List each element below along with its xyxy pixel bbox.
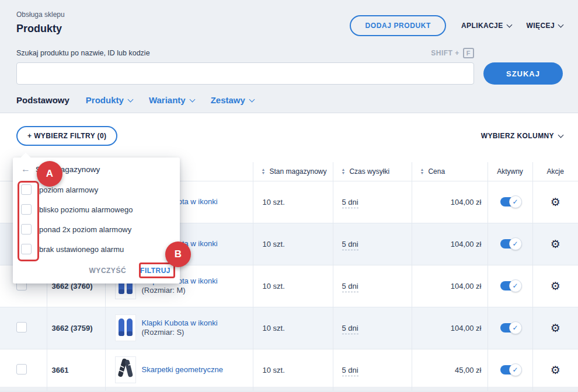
shipping-time-value[interactable]: 5 dni xyxy=(342,240,358,250)
sort-icon: ▲▼ xyxy=(262,168,266,175)
search-input[interactable] xyxy=(16,62,474,85)
chevron-down-icon xyxy=(506,22,512,27)
active-toggle[interactable]: ✓ xyxy=(500,323,520,332)
page-title: Produkty xyxy=(16,23,65,35)
check-icon: ✓ xyxy=(509,363,522,376)
table-row: 3661 Skarpetki geometryczne 10 szt. 5 dn… xyxy=(0,349,578,391)
chevron-down-icon xyxy=(127,97,133,103)
tab-warianty[interactable]: Warianty xyxy=(149,95,194,105)
price-value: 104,00 zł xyxy=(412,307,488,349)
add-product-button[interactable]: DODAJ PRODUKT xyxy=(350,15,445,36)
topbar-actions: DODAJ PRODUKT APLIKACJE WIĘCEJ xyxy=(350,15,563,36)
breadcrumb: Obsługa sklepu xyxy=(16,10,65,19)
topbar: Obsługa sklepu Produkty DODAJ PRODUKT AP… xyxy=(0,0,578,36)
stock-value: 10 szt. xyxy=(253,223,333,265)
shipping-time-value[interactable]: 5 dni xyxy=(342,282,358,292)
product-thumbnail xyxy=(115,314,136,341)
annotation-badge-b: B xyxy=(165,242,191,267)
sort-icon: ▲▼ xyxy=(342,168,346,175)
check-icon: ✓ xyxy=(509,195,522,208)
product-id: 3662 (3759) xyxy=(47,307,105,349)
product-variant: (Rozmiar: S) xyxy=(142,328,218,337)
product-name-link[interactable]: Skarpetki geometryczne xyxy=(142,365,223,374)
shipping-time-value[interactable]: 5 dni xyxy=(342,366,358,376)
column-header-shipping[interactable]: ▲▼ Czas wysyłki xyxy=(333,162,412,181)
stock-value: 10 szt. xyxy=(253,307,333,349)
tab-podstawowy[interactable]: Podstawowy xyxy=(16,95,69,105)
stock-value: 10 szt. xyxy=(253,265,333,307)
chevron-down-icon xyxy=(189,97,195,103)
annotation-highlight-apply xyxy=(139,262,175,278)
shipping-time-value[interactable]: 5 dni xyxy=(342,324,358,334)
apps-menu-label: APLIKACJE xyxy=(461,22,503,30)
shortcut-keycap: F xyxy=(463,48,474,58)
page-heading: Obsługa sklepu Produkty xyxy=(16,10,65,35)
more-menu-label: WIĘCEJ xyxy=(527,22,555,30)
stock-value: 10 szt. xyxy=(253,349,333,391)
table-toolbar: + WYBIERZ FILTRY (0) WYBIERZ KOLUMNY xyxy=(0,113,578,146)
tab-zestawy[interactable]: Zestawy xyxy=(211,95,254,105)
active-toggle[interactable]: ✓ xyxy=(500,239,520,249)
annotation-highlight-checkboxes xyxy=(18,181,39,261)
gear-icon[interactable]: ⚙ xyxy=(551,196,560,208)
column-header-stock[interactable]: ▲▼ Stan magazynowy xyxy=(253,162,333,181)
row-checkbox[interactable] xyxy=(16,322,27,332)
search-label: Szukaj produktu po nazwie, ID lub kodzie xyxy=(16,49,150,57)
shipping-time-value[interactable]: 5 dni xyxy=(342,198,358,208)
check-icon: ✓ xyxy=(509,321,522,334)
product-variant: (Rozmiar: M) xyxy=(142,286,218,295)
clear-filters-button[interactable]: WYCZYŚĆ xyxy=(89,267,127,275)
chevron-down-icon xyxy=(558,132,564,138)
product-id: 3661 xyxy=(47,349,105,391)
tab-produkty[interactable]: Produkty xyxy=(86,95,133,105)
choose-filters-button[interactable]: + WYBIERZ FILTRY (0) xyxy=(16,126,117,146)
price-value: 45,00 zł xyxy=(412,349,488,391)
product-thumbnail xyxy=(115,356,136,383)
shortcut-text: SHIFT + xyxy=(431,49,459,57)
search-button[interactable]: SZUKAJ xyxy=(483,62,563,85)
active-toggle[interactable]: ✓ xyxy=(500,281,520,290)
check-icon: ✓ xyxy=(509,279,522,292)
price-value: 104,00 zł xyxy=(412,223,488,265)
column-header-active: Aktywny xyxy=(488,162,532,181)
gear-icon[interactable]: ⚙ xyxy=(551,238,560,250)
keyboard-shortcut-hint: SHIFT + F xyxy=(431,48,474,58)
product-name-link[interactable]: Klapki Kubota w ikonki xyxy=(142,318,218,328)
table-row: 3662 (3759) Klapki Kubota w ikonki(Rozmi… xyxy=(0,307,578,349)
choose-columns-button[interactable]: WYBIERZ KOLUMNY xyxy=(481,132,563,140)
check-icon: ✓ xyxy=(509,237,522,250)
active-toggle[interactable]: ✓ xyxy=(500,365,520,374)
chevron-down-icon xyxy=(249,97,255,103)
price-value: 104,00 zł xyxy=(412,181,488,223)
column-header-price[interactable]: ▲▼ Cena xyxy=(412,162,488,181)
apps-menu[interactable]: APLIKACJE xyxy=(461,22,511,30)
row-checkbox[interactable] xyxy=(16,364,27,374)
search-section: Szukaj produktu po nazwie, ID lub kodzie… xyxy=(0,36,578,85)
sort-icon: ▲▼ xyxy=(420,168,424,175)
annotation-badge-a: A xyxy=(37,161,62,187)
products-admin-page: Obsługa sklepu Produkty DODAJ PRODUKT AP… xyxy=(0,0,578,392)
stock-value: 10 szt. xyxy=(253,181,333,223)
price-value: 104,00 zł xyxy=(412,265,488,307)
gear-icon[interactable]: ⚙ xyxy=(551,280,560,292)
active-toggle[interactable]: ✓ xyxy=(500,197,520,206)
column-header-actions: Akcje xyxy=(532,162,578,181)
more-menu[interactable]: WIĘCEJ xyxy=(527,22,563,30)
gear-icon[interactable]: ⚙ xyxy=(551,322,560,334)
gear-icon[interactable]: ⚙ xyxy=(551,364,560,376)
tab-bar: Podstawowy Produkty Warianty Zestawy xyxy=(0,85,578,113)
chevron-down-icon xyxy=(558,22,564,27)
back-arrow-icon[interactable]: ← xyxy=(21,164,30,174)
